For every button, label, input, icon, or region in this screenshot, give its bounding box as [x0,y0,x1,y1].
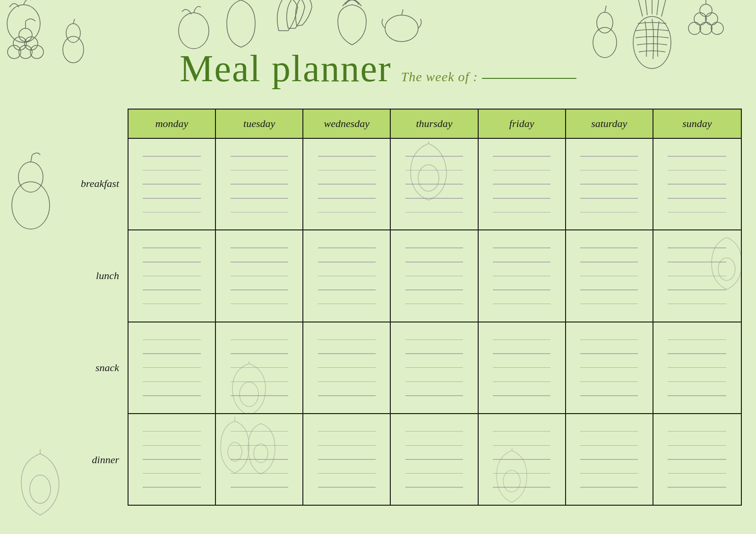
dinner-sunday[interactable] [653,414,741,505]
svg-line-14 [402,9,403,15]
planner-layout: breakfast lunch snack dinner monday tues… [90,109,742,506]
svg-point-41 [228,442,242,461]
left-mid-fruit-deco [5,151,61,236]
breakfast-monday[interactable] [129,139,216,229]
row-label-lunch: lunch [90,230,128,322]
avocado-halves-deco [218,416,280,487]
header: Meal planner The week of : [0,47,756,90]
lunch-monday[interactable] [129,230,216,321]
breakfast-thursday[interactable] [391,139,478,229]
bottom-left-fruit-deco [5,449,80,525]
svg-point-44 [503,470,520,492]
svg-point-9 [66,24,80,42]
svg-point-11 [179,13,209,49]
avocado-deco-1 [395,141,462,203]
svg-line-19 [638,0,643,17]
breakfast-sunday[interactable] [653,139,741,229]
day-wednesday: wednesday [303,110,391,138]
dinner-tuesday[interactable] [216,414,303,505]
breakfast-tuesday[interactable] [216,139,303,229]
top-center-fruit-deco [165,0,449,54]
snack-row [129,322,741,414]
svg-point-7 [7,5,40,42]
row-label-breakfast: breakfast [90,138,128,230]
svg-line-23 [657,0,659,15]
snack-saturday[interactable] [566,322,653,413]
row-labels: breakfast lunch snack dinner [90,109,128,506]
day-saturday: saturday [566,110,653,138]
day-tuesday: tuesday [216,110,303,138]
meal-rows [128,138,742,506]
svg-point-28 [705,13,718,25]
lunch-tuesday[interactable] [216,230,303,321]
svg-point-29 [700,4,712,17]
svg-point-25 [700,22,712,34]
planner-grid: monday tuesday wednesday thursday friday… [128,109,742,506]
snack-thursday[interactable] [391,322,478,413]
dinner-thursday[interactable] [391,414,478,505]
svg-point-39 [240,382,258,407]
svg-point-31 [12,182,50,229]
svg-line-10 [73,19,75,24]
avocado-deco-3 [221,361,277,413]
avocado-deco-2 [708,235,741,292]
lunch-wednesday[interactable] [303,230,391,321]
breakfast-row [129,139,741,230]
main-title: Meal planner [180,47,391,90]
svg-point-32 [18,162,43,192]
day-sunday: sunday [653,110,741,138]
dinner-friday[interactable] [479,414,566,505]
svg-point-26 [711,22,723,34]
day-friday: friday [479,110,566,138]
week-of-label: The week of : [401,69,576,85]
planner-container: breakfast lunch snack dinner monday tues… [90,109,742,506]
day-monday: monday [129,110,216,138]
snack-sunday[interactable] [653,322,741,413]
svg-point-13 [385,15,418,42]
row-label-dinner: dinner [90,414,128,506]
snack-friday[interactable] [479,322,566,413]
svg-line-22 [645,0,647,15]
svg-line-17 [605,6,606,12]
lunch-friday[interactable] [479,230,566,321]
lunch-thursday[interactable] [391,230,478,321]
svg-point-24 [688,22,701,34]
dinner-row [129,414,741,505]
snack-wednesday[interactable] [303,322,391,413]
day-headers: monday tuesday wednesday thursday friday… [128,109,742,138]
avocado-deco-friday [483,448,540,505]
dinner-wednesday[interactable] [303,414,391,505]
lunch-sunday[interactable] [653,230,741,321]
meal-planner-page: Meal planner The week of : breakfast lun… [0,0,756,534]
svg-point-42 [254,444,268,463]
lunch-saturday[interactable] [566,230,653,321]
dinner-saturday[interactable] [566,414,653,505]
snack-tuesday[interactable] [216,322,303,413]
breakfast-saturday[interactable] [566,139,653,229]
breakfast-wednesday[interactable] [303,139,391,229]
svg-point-36 [418,165,439,191]
svg-line-33 [31,155,32,162]
svg-point-16 [597,12,613,33]
snack-monday[interactable] [129,322,216,413]
svg-point-34 [30,475,51,503]
row-label-snack: snack [90,322,128,414]
svg-point-27 [694,13,706,25]
svg-line-21 [662,0,666,17]
svg-point-38 [718,258,735,280]
dinner-monday[interactable] [129,414,216,505]
lunch-row [129,230,741,322]
svg-line-45 [512,448,513,450]
day-thursday: thursday [391,110,478,138]
breakfast-friday[interactable] [479,139,566,229]
